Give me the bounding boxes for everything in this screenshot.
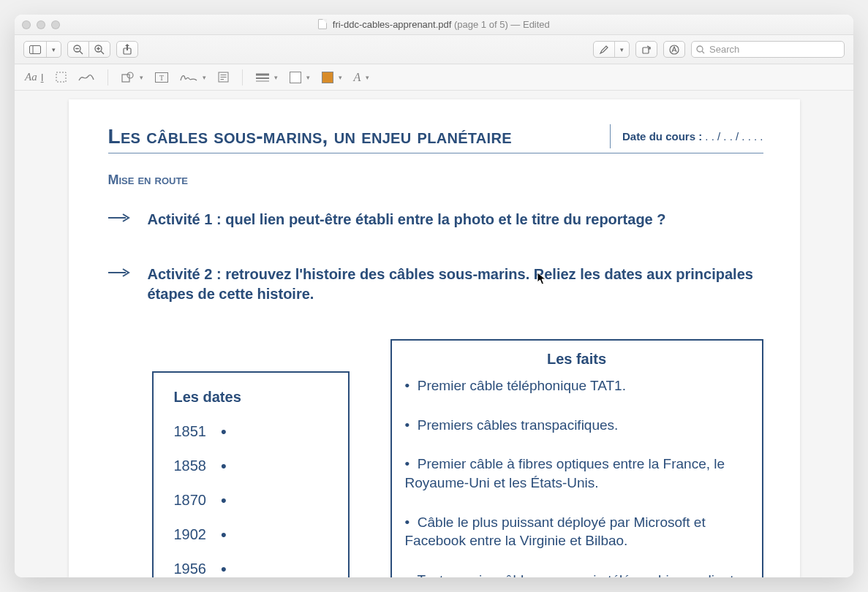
search-placeholder: Search bbox=[709, 44, 739, 55]
line-style-button[interactable]: ▾ bbox=[256, 73, 278, 82]
markup-bar: AaI ▾ T bbox=[15, 64, 853, 91]
svg-point-16 bbox=[127, 72, 133, 78]
section-heading: Mise en route bbox=[108, 172, 763, 188]
sketch-icon bbox=[78, 73, 94, 82]
date-value: 1956 bbox=[174, 561, 207, 577]
shapes-button[interactable]: ▾ bbox=[121, 72, 143, 83]
toolbar: ▾ ▾ bbox=[15, 35, 853, 64]
date-row: 1858 • bbox=[174, 458, 328, 474]
dates-header: Les dates bbox=[174, 389, 328, 406]
signature-icon bbox=[180, 72, 197, 83]
minimize-window-icon[interactable] bbox=[37, 20, 45, 29]
arrow-icon bbox=[108, 213, 132, 223]
facts-header: Les faits bbox=[405, 351, 749, 368]
rotate-icon bbox=[641, 45, 652, 55]
border-color-swatch bbox=[290, 72, 301, 83]
fact-item: • Premier câble téléphonique TAT1. bbox=[405, 376, 749, 395]
fill-color-button[interactable]: ▾ bbox=[322, 72, 342, 83]
preview-window: fri-ddc-cables-apprenant.pdf (page 1 of … bbox=[15, 15, 853, 577]
sign-button[interactable]: ▾ bbox=[180, 72, 206, 83]
search-icon bbox=[696, 45, 705, 54]
sidebar-toggle-button[interactable]: ▾ bbox=[23, 41, 61, 58]
activity-1-text: Activité 1 : quel lien peut-être établi … bbox=[148, 210, 666, 229]
activity-1: Activité 1 : quel lien peut-être établi … bbox=[108, 210, 763, 229]
filename-label: fri-ddc-cables-apprenant.pdf bbox=[333, 19, 452, 30]
svg-point-12 bbox=[697, 46, 703, 52]
share-icon bbox=[123, 44, 132, 55]
pdf-document-icon bbox=[318, 19, 327, 29]
date-row: 1956 • bbox=[174, 561, 328, 577]
textbox-button[interactable]: T bbox=[155, 72, 168, 83]
fact-text: Premiers câbles transpacifiques. bbox=[418, 417, 619, 433]
close-window-icon[interactable] bbox=[22, 20, 31, 29]
line-style-icon bbox=[256, 73, 269, 82]
fact-text: Câble le plus puissant déployé par Micro… bbox=[405, 515, 706, 549]
date-field: Date du cours : . . / . . / . . . . bbox=[610, 124, 763, 148]
font-icon: A bbox=[354, 71, 361, 84]
fact-item: • Câble le plus puissant déployé par Mic… bbox=[405, 513, 749, 550]
date-row: 1851 • bbox=[174, 423, 328, 440]
share-button[interactable] bbox=[116, 41, 138, 58]
markup-icon bbox=[669, 45, 679, 55]
zoom-in-icon bbox=[94, 45, 105, 55]
date-row: 1870 • bbox=[174, 492, 328, 509]
font-button[interactable]: A▾ bbox=[354, 71, 370, 84]
date-dots: . . / . . / . . . . bbox=[705, 130, 763, 143]
zoom-out-icon bbox=[73, 45, 83, 55]
fact-item: • Tout premier câble sous-marin télégrap… bbox=[405, 571, 749, 577]
window-controls bbox=[22, 20, 60, 29]
sketch-tool-button[interactable] bbox=[78, 73, 94, 82]
arrow-icon bbox=[108, 267, 132, 278]
date-value: 1851 bbox=[174, 423, 207, 440]
textbox-icon: T bbox=[155, 72, 168, 83]
chevron-down-icon: ▾ bbox=[615, 42, 629, 57]
search-field[interactable]: Search bbox=[691, 41, 845, 58]
svg-rect-14 bbox=[56, 72, 66, 82]
shapes-icon bbox=[121, 72, 135, 83]
selection-icon bbox=[56, 72, 67, 83]
zoom-out-button[interactable] bbox=[67, 41, 89, 58]
selection-tool-button[interactable] bbox=[56, 72, 67, 83]
date-row: 1902 • bbox=[174, 526, 328, 543]
text-style-button[interactable]: AaI bbox=[25, 71, 44, 83]
svg-rect-0 bbox=[30, 45, 41, 53]
svg-line-6 bbox=[101, 51, 104, 54]
fact-item: • Premier câble à fibres optiques entre … bbox=[405, 455, 749, 492]
svg-rect-15 bbox=[122, 75, 129, 82]
note-button[interactable] bbox=[218, 72, 229, 83]
fact-text: Premier câble à fibres optiques entre la… bbox=[405, 456, 725, 490]
titlebar[interactable]: fri-ddc-cables-apprenant.pdf (page 1 of … bbox=[15, 15, 853, 35]
zoom-window-icon[interactable] bbox=[51, 20, 60, 29]
date-value: 1902 bbox=[174, 526, 207, 543]
svg-text:T: T bbox=[159, 73, 164, 81]
document-title: Les câbles sous-marins, un enjeu planéta… bbox=[108, 125, 610, 148]
highlighter-icon bbox=[594, 42, 615, 57]
fact-text: Tout premier câble sous-marin télégraphi… bbox=[405, 572, 734, 577]
rotate-button[interactable] bbox=[635, 41, 657, 58]
date-value: 1858 bbox=[174, 458, 207, 474]
window-title: fri-ddc-cables-apprenant.pdf (page 1 of … bbox=[15, 19, 853, 30]
date-label: Date du cours : bbox=[622, 130, 705, 143]
markup-toggle-button[interactable] bbox=[663, 41, 685, 58]
svg-line-3 bbox=[80, 51, 83, 54]
svg-rect-10 bbox=[643, 48, 649, 53]
border-color-button[interactable]: ▾ bbox=[290, 72, 310, 83]
chevron-down-icon: ▾ bbox=[47, 42, 61, 57]
page-indicator: (page 1 of 5) bbox=[454, 19, 508, 30]
facts-box: Les faits • Premier câble téléphonique T… bbox=[390, 339, 763, 577]
sidebar-icon bbox=[24, 42, 47, 57]
date-value: 1870 bbox=[174, 492, 207, 509]
fact-item: • Premiers câbles transpacifiques. bbox=[405, 416, 749, 435]
document-viewer[interactable]: Les câbles sous-marins, un enjeu planéta… bbox=[15, 91, 853, 577]
edited-label: — Edited bbox=[510, 19, 549, 30]
activity-2: Activité 2 : retrouvez l'histoire des câ… bbox=[108, 265, 763, 304]
fact-text: Premier câble téléphonique TAT1. bbox=[418, 378, 626, 393]
activity-2-text: Activité 2 : retrouvez l'histoire des câ… bbox=[148, 265, 763, 304]
fill-color-swatch bbox=[322, 72, 333, 83]
zoom-in-button[interactable] bbox=[88, 41, 110, 58]
dates-box: Les dates 1851 • 1858 • 1870 • 1902 • 19… bbox=[152, 371, 350, 577]
text-style-icon: Aa bbox=[25, 71, 37, 83]
svg-line-13 bbox=[702, 51, 704, 53]
note-icon bbox=[218, 72, 229, 83]
highlight-button[interactable]: ▾ bbox=[593, 41, 630, 58]
